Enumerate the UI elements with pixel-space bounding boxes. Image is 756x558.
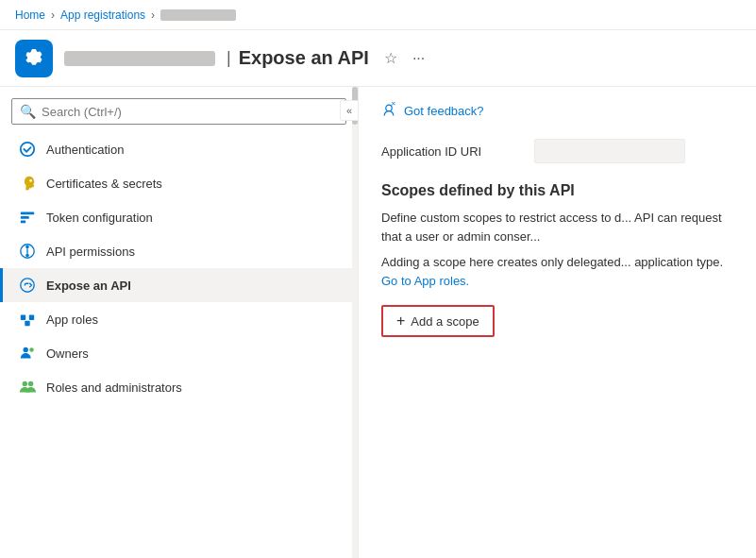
- scopes-description-1: Define custom scopes to restrict access …: [381, 209, 733, 245]
- svg-point-16: [386, 105, 392, 110]
- search-input[interactable]: [42, 105, 338, 119]
- sidebar-item-authentication[interactable]: Authentication: [0, 132, 358, 166]
- svg-point-7: [25, 254, 29, 258]
- svg-point-1: [29, 179, 32, 182]
- app-roles-icon: [18, 310, 37, 329]
- breadcrumb-sep-2: ›: [151, 8, 155, 22]
- search-icon: 🔍: [20, 104, 36, 119]
- scrollbar-track: [352, 87, 358, 558]
- sidebar-item-app-roles-label: App roles: [46, 313, 98, 327]
- app-id-uri-value: [534, 139, 685, 163]
- gear-icon: [23, 47, 45, 70]
- token-icon: [18, 208, 37, 227]
- sidebar-item-api-permissions-label: API permissions: [46, 245, 135, 259]
- api-permissions-icon: [18, 242, 37, 261]
- scopes-title: Scopes defined by this API: [381, 182, 733, 199]
- sidebar-item-authentication-label: Authentication: [46, 143, 124, 157]
- scopes-description-2: Adding a scope here creates only delegat…: [381, 253, 733, 290]
- breadcrumb: Home › App registrations ›: [0, 0, 756, 30]
- app-id-uri-row: Application ID URI: [381, 139, 733, 163]
- svg-point-15: [28, 381, 33, 386]
- app-icon: [15, 40, 53, 77]
- breadcrumb-home[interactable]: Home: [15, 8, 45, 22]
- sidebar-item-token-config[interactable]: Token configuration: [0, 200, 358, 234]
- svg-rect-2: [21, 212, 34, 215]
- breadcrumb-app-registrations[interactable]: App registrations: [60, 8, 145, 22]
- add-scope-button[interactable]: + Add a scope: [381, 305, 495, 337]
- main-layout: 🔍 « Authentication Cer: [0, 87, 756, 558]
- owners-icon: [18, 344, 37, 363]
- sidebar-item-expose-api-label: Expose an API: [46, 279, 131, 293]
- add-scope-label: Add a scope: [411, 314, 479, 329]
- header-separator: |: [227, 48, 231, 68]
- more-button[interactable]: ···: [409, 46, 428, 71]
- sidebar-item-certificates-label: Certificates & secrets: [46, 177, 162, 191]
- svg-point-0: [21, 143, 34, 156]
- breadcrumb-sep-1: ›: [51, 8, 55, 22]
- svg-rect-3: [21, 216, 29, 219]
- feedback-label[interactable]: Got feedback?: [404, 104, 484, 118]
- svg-rect-9: [21, 315, 25, 320]
- authentication-icon: [18, 140, 37, 159]
- svg-point-13: [29, 347, 34, 352]
- sidebar-item-roles-admins-label: Roles and administrators: [46, 380, 182, 395]
- svg-rect-11: [25, 321, 29, 326]
- sidebar-item-app-roles[interactable]: App roles: [0, 302, 358, 336]
- sidebar-item-api-permissions[interactable]: API permissions: [0, 234, 358, 268]
- svg-rect-10: [29, 315, 34, 320]
- svg-rect-4: [21, 221, 25, 224]
- sidebar-item-token-label: Token configuration: [46, 211, 153, 225]
- go-to-app-roles-link[interactable]: Go to App roles.: [381, 274, 469, 288]
- collapse-sidebar-button[interactable]: «: [340, 100, 359, 121]
- sidebar: 🔍 « Authentication Cer: [0, 87, 359, 558]
- breadcrumb-current-app: [160, 9, 236, 21]
- feedback-row[interactable]: Got feedback?: [381, 102, 733, 120]
- roles-admins-icon: [18, 378, 37, 397]
- expose-api-icon: [18, 276, 37, 295]
- sidebar-item-owners-label: Owners: [46, 347, 89, 361]
- main-content: Got feedback? Application ID URI Scopes …: [359, 87, 756, 558]
- page-header: | Expose an API ☆ ···: [0, 30, 756, 87]
- app-id-uri-label: Application ID URI: [381, 144, 523, 159]
- key-icon: [18, 174, 37, 193]
- svg-point-14: [23, 381, 27, 386]
- scopes-section: Scopes defined by this API Define custom…: [381, 182, 733, 337]
- plus-icon: +: [396, 313, 405, 330]
- svg-point-6: [25, 245, 29, 249]
- page-title: Expose an API: [239, 47, 369, 69]
- feedback-icon: [381, 102, 396, 120]
- pin-button[interactable]: ☆: [380, 45, 401, 71]
- search-box[interactable]: 🔍: [11, 98, 346, 125]
- sidebar-item-owners[interactable]: Owners: [0, 336, 358, 370]
- scopes-desc2-text: Adding a scope here creates only delegat…: [381, 255, 723, 269]
- sidebar-item-expose-api[interactable]: Expose an API: [0, 268, 358, 302]
- svg-point-12: [24, 347, 28, 352]
- sidebar-item-certificates[interactable]: Certificates & secrets: [0, 166, 358, 200]
- app-name-blurred: [64, 51, 215, 66]
- sidebar-item-roles-admins[interactable]: Roles and administrators: [0, 370, 358, 404]
- header-actions: ☆ ···: [380, 45, 428, 71]
